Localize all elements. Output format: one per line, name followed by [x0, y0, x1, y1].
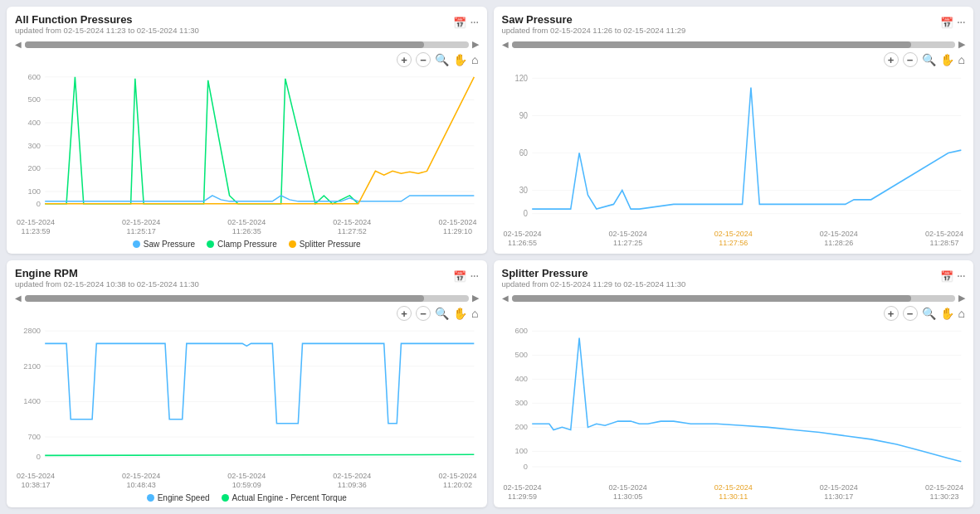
zoom-out-button[interactable]: −	[903, 306, 918, 321]
chart-svg: 2800 2100 1400 700 0	[15, 322, 479, 470]
timeline-bar: ◀ ▶	[15, 39, 479, 50]
panel-title: Saw Pressure	[502, 13, 686, 26]
panel-splitter-pressure: Splitter Pressure updated from 02-15-202…	[494, 260, 974, 507]
panel-subtitle: updated from 02-15-2024 11:26 to 02-15-2…	[502, 26, 686, 35]
svg-text:300: 300	[514, 399, 528, 407]
hand-icon[interactable]: ✋	[453, 53, 467, 66]
zoom-in-button[interactable]: +	[397, 306, 412, 321]
svg-text:700: 700	[27, 433, 41, 441]
magnify-icon[interactable]: 🔍	[435, 53, 449, 66]
panel-subtitle: updated from 02-15-2024 11:23 to 02-15-2…	[15, 26, 199, 35]
play-button[interactable]: ▶	[958, 293, 965, 303]
magnify-icon[interactable]: 🔍	[922, 307, 936, 320]
hand-icon[interactable]: ✋	[940, 307, 954, 320]
legend-dot-saw	[133, 240, 140, 248]
panel-subtitle: updated from 02-15-2024 10:38 to 02-15-2…	[15, 279, 199, 289]
timeline-track[interactable]	[512, 41, 956, 48]
play-button[interactable]: ▶	[472, 293, 479, 303]
chart-area: 600 500 400 300 200 100 0	[15, 69, 479, 216]
zoom-controls: + − 🔍 ✋ ⌂	[15, 306, 479, 321]
x-label: 02-15-202411:23:59	[17, 218, 55, 237]
legend-item-clamp: Clamp Pressure	[207, 240, 277, 249]
legend-label-clamp: Clamp Pressure	[217, 240, 277, 249]
home-icon[interactable]: ⌂	[471, 307, 478, 320]
legend: Engine Speed Actual Engine - Percent Tor…	[15, 493, 479, 502]
timeline-fill	[512, 295, 911, 302]
x-label: 02-15-202410:38:17	[17, 472, 55, 491]
svg-text:90: 90	[519, 110, 528, 119]
prev-arrow[interactable]: ◀	[502, 293, 509, 303]
x-axis-labels: 02-15-202411:29:59 02-15-202411:30:05 02…	[502, 483, 966, 502]
zoom-in-button[interactable]: +	[397, 52, 412, 67]
prev-arrow[interactable]: ◀	[502, 40, 509, 49]
x-axis-labels: 02-15-202411:23:59 02-15-202411:25:17 02…	[15, 218, 479, 237]
legend-item-engine-speed: Engine Speed	[147, 493, 210, 502]
legend-dot-torque	[222, 494, 229, 502]
legend-label-saw: Saw Pressure	[144, 240, 195, 249]
svg-text:600: 600	[514, 327, 528, 335]
hand-icon[interactable]: ✋	[453, 307, 467, 320]
svg-text:2800: 2800	[23, 327, 41, 335]
magnify-icon[interactable]: 🔍	[922, 53, 936, 66]
more-icon[interactable]: ···	[470, 269, 478, 284]
x-label: 02-15-202411:30:23	[925, 483, 963, 502]
legend: Saw Pressure Clamp Pressure Splitter Pre…	[15, 240, 479, 249]
play-button[interactable]: ▶	[472, 39, 479, 50]
svg-text:2100: 2100	[23, 362, 41, 371]
zoom-out-button[interactable]: −	[903, 52, 918, 67]
panel-title: All Function Pressures	[15, 13, 199, 26]
play-button[interactable]: ▶	[958, 39, 965, 50]
svg-text:100: 100	[514, 447, 528, 455]
svg-text:400: 400	[28, 119, 41, 127]
home-icon[interactable]: ⌂	[958, 53, 965, 66]
x-label-orange: 02-15-202411:30:11	[714, 483, 753, 502]
x-label: 02-15-202411:29:59	[504, 483, 542, 502]
x-label: 02-15-202411:29:10	[438, 218, 476, 237]
svg-text:400: 400	[514, 375, 528, 383]
home-icon[interactable]: ⌂	[958, 307, 965, 320]
calendar-icon[interactable]: 📅	[940, 270, 953, 283]
zoom-in-button[interactable]: +	[884, 52, 899, 67]
timeline-track[interactable]	[25, 41, 469, 48]
more-icon[interactable]: ···	[957, 269, 965, 284]
zoom-controls: + − 🔍 ✋ ⌂	[502, 306, 966, 321]
timeline-track[interactable]	[25, 295, 469, 302]
prev-arrow[interactable]: ◀	[15, 293, 22, 303]
svg-text:200: 200	[28, 165, 41, 173]
dashboard: All Function Pressures updated from 02-1…	[7, 7, 973, 507]
zoom-controls: + − 🔍 ✋ ⌂	[502, 52, 966, 67]
calendar-icon[interactable]: 📅	[453, 17, 466, 29]
zoom-in-button[interactable]: +	[884, 306, 899, 321]
zoom-controls: + − 🔍 ✋ ⌂	[15, 52, 479, 67]
timeline-track[interactable]	[512, 295, 956, 302]
x-label: 02-15-202411:27:52	[333, 218, 371, 237]
x-label: 02-15-202411:09:36	[333, 472, 371, 491]
panel-all-function-pressures: All Function Pressures updated from 02-1…	[7, 7, 487, 254]
svg-text:60: 60	[519, 148, 528, 157]
svg-text:0: 0	[523, 209, 528, 218]
x-label: 02-15-202410:48:43	[122, 472, 160, 491]
panel-header: Splitter Pressure updated from 02-15-202…	[502, 267, 966, 289]
hand-icon[interactable]: ✋	[940, 53, 954, 66]
more-icon[interactable]: ···	[957, 15, 965, 30]
svg-text:1400: 1400	[23, 398, 41, 406]
chart-area: 600 500 400 300 200 100 0	[502, 322, 966, 482]
legend-dot-engine-speed	[147, 494, 154, 502]
zoom-out-button[interactable]: −	[416, 306, 431, 321]
x-label: 02-15-202411:30:17	[820, 483, 858, 502]
home-icon[interactable]: ⌂	[471, 53, 478, 66]
svg-text:100: 100	[28, 187, 41, 196]
calendar-icon[interactable]: 📅	[940, 17, 953, 29]
panel-engine-rpm: Engine RPM updated from 02-15-2024 10:38…	[7, 260, 487, 507]
zoom-out-button[interactable]: −	[416, 52, 431, 67]
calendar-icon[interactable]: 📅	[453, 270, 466, 283]
timeline-fill	[512, 41, 911, 48]
prev-arrow[interactable]: ◀	[15, 40, 22, 49]
timeline-bar: ◀ ▶	[502, 293, 966, 303]
svg-text:0: 0	[37, 200, 41, 208]
x-axis-labels: 02-15-202410:38:17 02-15-202410:48:43 02…	[15, 472, 479, 491]
magnify-icon[interactable]: 🔍	[435, 307, 449, 320]
more-icon[interactable]: ···	[470, 15, 478, 30]
panel-header: Saw Pressure updated from 02-15-2024 11:…	[502, 13, 966, 35]
timeline-bar: ◀ ▶	[15, 293, 479, 303]
